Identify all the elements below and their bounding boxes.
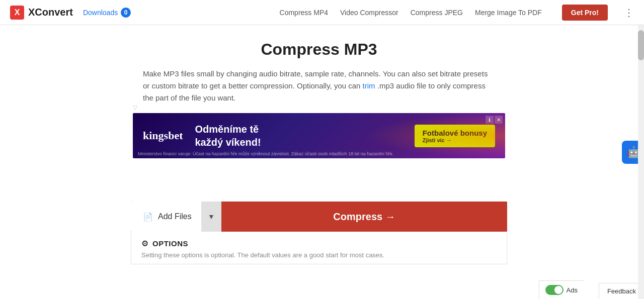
ad-headline: Odměníme tě každý víkend! xyxy=(195,123,261,149)
logo-text: XConvert xyxy=(28,7,73,18)
options-panel: ⚙ OPTIONS Setting these options is optio… xyxy=(131,232,507,264)
downloads-badge: 0 xyxy=(121,8,131,18)
nav-links: Compress MP4 Video Compressor Compress J… xyxy=(280,5,634,21)
options-header: ⚙ OPTIONS xyxy=(141,239,497,248)
scrollbar[interactable] xyxy=(638,25,644,299)
trim-link[interactable]: trim xyxy=(363,81,375,90)
feedback-label: Feedback xyxy=(607,287,636,295)
downloads-label: Downloads xyxy=(83,9,118,17)
nav-merge-image-pdf[interactable]: Merge Image To PDF xyxy=(475,9,542,17)
scrollbar-thumb[interactable] xyxy=(638,30,644,60)
logo-area[interactable]: X XConvert xyxy=(10,6,73,20)
ad-container: ▽ ℹ ✕ kingsbet Odměníme tě každý víkend!… xyxy=(133,113,505,158)
ad-banner[interactable]: ℹ ✕ kingsbet Odměníme tě každý víkend! F… xyxy=(133,113,505,158)
main-content: Compress MP3 Make MP3 files small by cha… xyxy=(0,25,638,299)
options-gear-icon: ⚙ xyxy=(141,239,148,248)
options-subtitle: Setting these options is optional. The d… xyxy=(141,251,497,259)
nav-compress-jpeg[interactable]: Compress JPEG xyxy=(411,9,463,17)
add-files-button[interactable]: 📄 Add Files ▼ xyxy=(131,202,221,232)
get-pro-button[interactable]: Get Pro! xyxy=(562,5,608,21)
ads-label: Ads xyxy=(567,286,578,294)
ad-logo: kingsbet xyxy=(143,129,183,142)
feedback-button[interactable]: Feedback xyxy=(599,283,644,299)
logo-icon[interactable]: X xyxy=(10,6,24,20)
ad-label: ▽ xyxy=(133,104,137,111)
description-text: Make MP3 files small by changing audio b… xyxy=(133,68,505,104)
header: X XConvert Downloads 0 Compress MP4 Vide… xyxy=(0,0,644,25)
nav-video-compressor[interactable]: Video Compressor xyxy=(340,9,398,17)
ads-toggle-switch[interactable] xyxy=(545,285,564,295)
ads-toggle-area: Ads xyxy=(539,280,584,299)
more-options-button[interactable]: ⋮ xyxy=(624,7,634,19)
compress-button[interactable]: Compress → xyxy=(221,202,507,232)
options-title: OPTIONS xyxy=(152,239,188,248)
add-files-label: Add Files xyxy=(158,212,192,221)
toggle-knob xyxy=(554,286,562,294)
page-title: Compress MP3 xyxy=(261,40,377,59)
nav-compress-mp4[interactable]: Compress MP4 xyxy=(280,9,328,17)
action-bar: 📄 Add Files ▼ Compress → xyxy=(131,202,507,232)
ad-disclaimer: Ministerstvo financí varuje: Účast na ha… xyxy=(138,151,393,156)
downloads-button[interactable]: Downloads 0 xyxy=(83,8,131,18)
add-files-icon: 📄 xyxy=(143,212,153,222)
add-files-dropdown-button[interactable]: ▼ xyxy=(201,202,221,232)
